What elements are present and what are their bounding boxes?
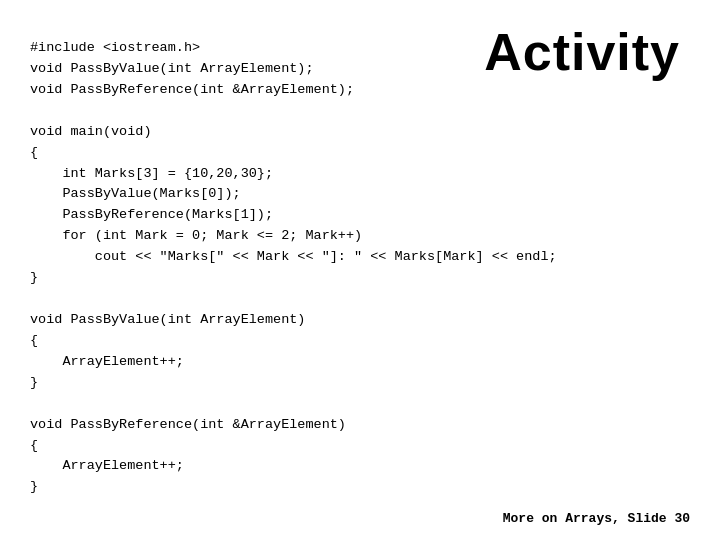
code-block: #include <iostream.h> void PassByValue(i… xyxy=(30,38,690,498)
slide-footer: More on Arrays, Slide 30 xyxy=(503,511,690,526)
activity-heading: Activity xyxy=(484,22,680,82)
